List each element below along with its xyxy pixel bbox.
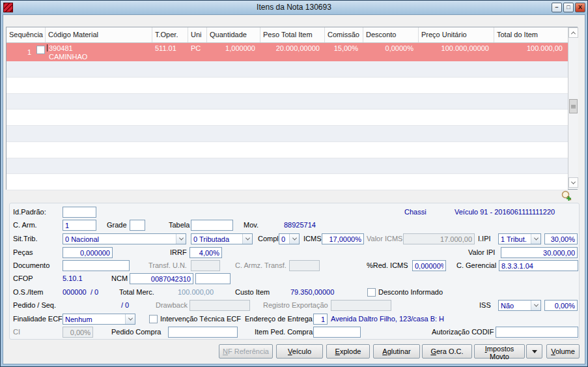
irrf-field[interactable]: [189, 247, 222, 258]
empty-row: [7, 94, 568, 110]
documento-label: Documento: [13, 260, 49, 271]
empty-row: [7, 158, 568, 175]
chevron-down-icon: [531, 301, 540, 310]
window-title: Itens da Nota 130693: [1, 1, 587, 14]
iipi-label: I.IPI: [478, 233, 491, 244]
c-gerencial-label: C. Gerencial: [456, 260, 496, 271]
aglutinar-button[interactable]: Aglutinar: [373, 344, 420, 359]
client-area: Sequência Código Material T.Oper. Uni Qu…: [3, 14, 585, 364]
documento-field[interactable]: [63, 260, 130, 271]
scroll-thumb[interactable]: [569, 99, 578, 113]
icms-field[interactable]: [322, 233, 364, 244]
col-comissao: Comissão: [325, 27, 363, 42]
empty-row: [7, 110, 568, 126]
close-icon[interactable]: X: [575, 3, 585, 12]
col-uni: Uni: [188, 27, 207, 42]
custo-item-label: Custo Item: [235, 287, 270, 298]
zoom-in-icon[interactable]: [561, 190, 572, 201]
drawback-field: [189, 300, 250, 311]
chevron-down-icon: [176, 234, 186, 244]
id-padrao-field[interactable]: [63, 207, 96, 218]
custo-item-value: 79.350,00000: [290, 287, 334, 298]
tabela-field[interactable]: [191, 220, 233, 231]
vertical-scrollbar[interactable]: [568, 27, 578, 189]
chevron-down-icon: [289, 234, 299, 244]
valor-icms-label: Valor ICMS: [367, 233, 402, 244]
col-peso-total: Peso Total Item: [260, 27, 325, 42]
c-arm-field[interactable]: [63, 220, 96, 231]
c-armz-transf-field: [289, 260, 320, 271]
cell-codigo-material: 390481: [49, 44, 73, 53]
desconto-informado-checkbox[interactable]: [367, 288, 376, 297]
iipi-combo[interactable]: 1 Tribut.: [498, 233, 541, 244]
volume-button[interactable]: Volume: [546, 344, 580, 359]
sit-trib-label: Sit.Trib.: [13, 233, 38, 244]
transf-un-label: Transf. U.N.: [148, 260, 187, 271]
total-merc-label: Total Merc.: [119, 287, 154, 298]
ncm-field[interactable]: [130, 273, 193, 284]
gera-oc-button[interactable]: Gera O.C.: [422, 344, 472, 359]
explode-button[interactable]: Explode: [326, 344, 370, 359]
cell-peso-total: 20.000,00000: [260, 44, 320, 53]
iipi-field[interactable]: [544, 233, 578, 244]
col-quantidade: Quantidade: [207, 27, 260, 42]
mov-label: Mov.: [244, 220, 259, 231]
c-gerencial-field[interactable]: [499, 260, 578, 271]
c-armz-transf-label: C. Armz. Transf.: [235, 260, 287, 271]
pedido-seq-value: / 0: [121, 300, 129, 311]
maximize-icon[interactable]: □: [563, 3, 574, 12]
col-sequencia: Sequência: [7, 27, 46, 42]
item-ped-compra-label: Item Ped. Compra: [255, 327, 313, 338]
empty-row: [7, 174, 568, 190]
impostos-movto-dropdown-button[interactable]: [526, 344, 542, 359]
veiculo-button[interactable]: Veículo: [276, 344, 323, 359]
cfop-value: 5.10.1: [63, 273, 83, 284]
table-row[interactable]: 1 390481 CAMINHAO 511.01 PC 1,000000 20.…: [7, 43, 568, 61]
chevron-down-icon: [125, 314, 135, 324]
pedido-seq-label: Pedido / Seq.: [13, 300, 56, 311]
titlebar: Itens da Nota 130693 − □ X: [1, 1, 587, 14]
iss-field[interactable]: [544, 300, 578, 311]
sit-trib-combo2[interactable]: 0 Tributada: [191, 233, 253, 244]
impostos-movto-button[interactable]: Impostos Movto: [474, 344, 525, 359]
iss-combo[interactable]: Não: [498, 300, 541, 311]
minimize-icon[interactable]: −: [552, 3, 562, 12]
autorizacao-codif-field[interactable]: [496, 327, 578, 338]
valor-ipi-field[interactable]: [501, 247, 578, 258]
row-checkbox[interactable]: [36, 46, 45, 54]
dropdown-arrow-icon: [532, 350, 537, 353]
empty-row: [7, 78, 568, 94]
c-arm-label: C. Arm.: [13, 220, 37, 231]
desconto-informado-label: Desconto Informado: [378, 287, 443, 298]
grade-label: Grade: [107, 220, 127, 231]
autorizacao-codif-label: Autorização CODIF: [432, 327, 494, 338]
grade-field[interactable]: [130, 220, 145, 231]
ncm-ex-field[interactable]: [195, 273, 231, 284]
intervencao-label: Intervenção Técnica ECF: [160, 314, 241, 325]
compl-combo[interactable]: 0: [279, 233, 300, 244]
chevron-down-icon: [531, 234, 540, 244]
iss-label: ISS: [479, 300, 491, 311]
cell-quantidade: 1,000000: [207, 44, 255, 53]
icms-label: ICMS: [303, 233, 322, 244]
window: Itens da Nota 130693 − □ X Sequência Cód…: [0, 0, 588, 367]
scroll-down-icon[interactable]: [568, 177, 578, 188]
grid-header: Sequência Código Material T.Oper. Uni Qu…: [7, 27, 568, 43]
finalidade-ecf-combo[interactable]: Nenhum: [63, 314, 135, 325]
endereco-num-field[interactable]: [313, 314, 328, 325]
os-item-value: 000000: [63, 287, 87, 298]
sit-trib-combo1[interactable]: 0 Nacional: [63, 233, 186, 244]
valor-ipi-label: Valor IPI: [468, 247, 495, 258]
empty-row: [7, 61, 568, 78]
scroll-up-icon[interactable]: [568, 27, 578, 38]
pedido-compra-field[interactable]: [168, 327, 238, 338]
item-ped-compra-field[interactable]: [313, 327, 361, 338]
red-icms-field[interactable]: [412, 260, 446, 271]
cell-descricao: CAMINHAO: [49, 53, 87, 61]
col-t-oper: T.Oper.: [152, 27, 188, 42]
intervencao-checkbox[interactable]: [149, 315, 158, 323]
red-icms-label: %Red. ICMS: [367, 260, 408, 271]
valor-icms-field: [403, 233, 475, 244]
pecas-field[interactable]: [63, 247, 113, 258]
cell-total-item: 100.000,00: [494, 44, 563, 53]
